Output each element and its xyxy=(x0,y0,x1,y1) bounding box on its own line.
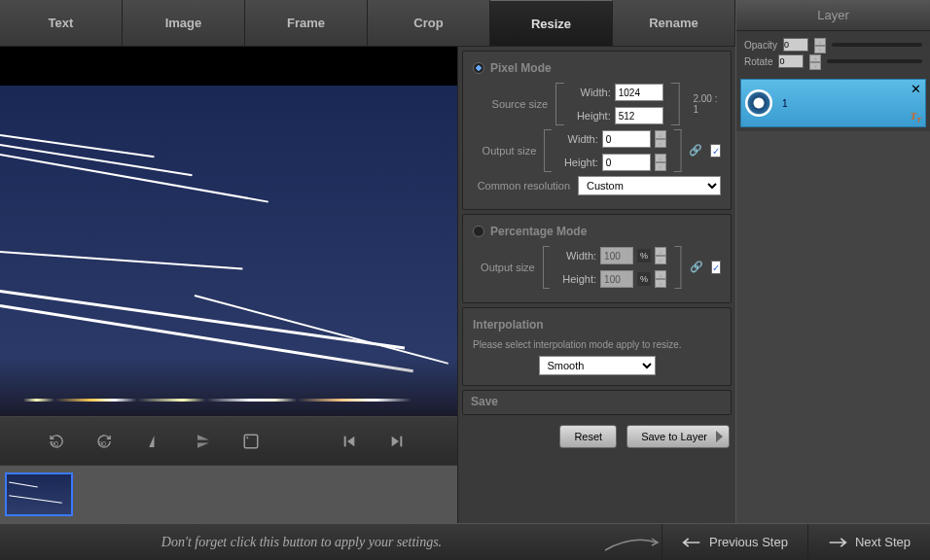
arrow-right-icon xyxy=(828,536,847,549)
pct-width-input[interactable] xyxy=(600,247,633,264)
interpolation-title: Interpolation xyxy=(473,318,721,332)
pct-width-spinner[interactable]: ▲▼ xyxy=(655,247,666,264)
interpolation-hint: Please select interpolation mode apply t… xyxy=(473,339,721,350)
out-width-spinner[interactable]: ▲▼ xyxy=(655,130,666,148)
tab-resize[interactable]: Resize xyxy=(490,0,613,46)
out-width-label: Width: xyxy=(559,133,598,145)
pct-width-unit: % xyxy=(637,249,651,262)
src-width-label: Width: xyxy=(572,87,611,98)
rotate-label: Rotate xyxy=(744,56,772,67)
tab-text[interactable]: Text xyxy=(0,0,123,46)
opacity-label: Opacity xyxy=(744,40,777,51)
aspect-ratio-text: 2.00 : 1 xyxy=(693,93,721,115)
tab-image[interactable]: Image xyxy=(123,0,245,46)
preview-image xyxy=(0,86,457,416)
save-title: Save xyxy=(471,395,723,408)
save-section: Save xyxy=(462,390,732,415)
save-to-layer-button[interactable]: Save to Layer xyxy=(626,425,730,448)
out-height-input[interactable] xyxy=(602,154,651,171)
opacity-spinner[interactable]: ▲▼ xyxy=(814,38,826,52)
thumbnail-strip xyxy=(0,465,457,523)
out-height-spinner[interactable]: ▲▼ xyxy=(655,154,666,171)
pixel-mode-radio[interactable] xyxy=(473,62,484,74)
common-res-label: Common resolution xyxy=(473,180,570,192)
common-resolution-select[interactable]: Custom xyxy=(578,176,721,195)
hint-arrow-icon xyxy=(603,533,662,552)
source-size-label: Source size xyxy=(473,98,548,110)
interpolation-select[interactable]: Smooth xyxy=(539,356,656,375)
pct-height-spinner[interactable]: ▲▼ xyxy=(655,270,666,288)
percentage-mode-title: Percentage Mode xyxy=(490,225,587,238)
pct-height-label: Height: xyxy=(557,273,596,285)
rotate-slider[interactable] xyxy=(827,59,922,63)
src-width-input[interactable] xyxy=(615,84,663,101)
pixel-mode-title: Pixel Mode xyxy=(490,61,552,75)
src-height-label: Height: xyxy=(572,110,611,122)
layer-1-label: 1 xyxy=(782,98,788,109)
hint-text: Don't forget click this button to apply … xyxy=(0,535,603,550)
opacity-slider[interactable] xyxy=(832,43,922,47)
svg-rect-0 xyxy=(244,435,258,448)
prev-image-icon[interactable] xyxy=(338,430,361,453)
rotate-ccw-icon[interactable]: 90 xyxy=(49,430,72,453)
link-aspect-checkbox[interactable]: ✓ xyxy=(710,144,721,158)
pct-link-checkbox[interactable]: ✓ xyxy=(711,261,722,274)
layer-item-1[interactable]: 1 ✕ TT xyxy=(740,79,926,127)
flip-vertical-icon[interactable] xyxy=(192,430,215,453)
svg-rect-1 xyxy=(344,436,346,446)
next-step-button[interactable]: Next Step xyxy=(807,524,930,560)
pixel-mode-section: Pixel Mode Source size Width: Height: xyxy=(462,51,732,210)
previous-step-button[interactable]: Previous Step xyxy=(662,524,807,560)
layer-panel-title: Layer xyxy=(736,0,930,31)
text-type-icon: TT xyxy=(910,110,921,124)
tab-rename[interactable]: Rename xyxy=(613,0,735,46)
pct-output-label: Output size xyxy=(473,262,535,273)
next-image-icon[interactable] xyxy=(385,430,409,453)
tab-frame[interactable]: Frame xyxy=(245,0,368,46)
rotate-input[interactable] xyxy=(778,54,804,68)
arrow-left-icon xyxy=(682,536,701,549)
tab-crop[interactable]: Crop xyxy=(368,0,490,46)
link-aspect-icon: 🔗 xyxy=(689,144,702,158)
preview-toolbar: 90 90 xyxy=(0,416,457,465)
reset-button[interactable]: Reset xyxy=(559,425,617,448)
close-icon[interactable]: ✕ xyxy=(911,82,921,96)
rotate-cw-icon[interactable]: 90 xyxy=(96,430,120,453)
percentage-mode-section: Percentage Mode Output size Width: % ▲▼ xyxy=(462,214,732,303)
preview-column: 90 90 xyxy=(0,47,457,560)
rotate-spinner[interactable]: ▲▼ xyxy=(809,54,821,68)
thumbnail-1[interactable] xyxy=(5,472,73,516)
pct-height-input[interactable] xyxy=(600,270,633,288)
svg-rect-2 xyxy=(400,436,402,446)
fullscreen-icon[interactable] xyxy=(239,430,263,453)
layer-panel: Layer Opacity ▲▼ Rotate ▲▼ 1 ✕ TT xyxy=(735,0,930,560)
opacity-input[interactable] xyxy=(783,38,808,52)
interpolation-section: Interpolation Please select interpolatio… xyxy=(462,307,732,386)
out-width-input[interactable] xyxy=(602,130,651,148)
eye-icon[interactable] xyxy=(745,89,772,117)
src-height-input[interactable] xyxy=(615,107,663,124)
out-height-label: Height: xyxy=(559,157,598,168)
pct-height-unit: % xyxy=(637,272,651,286)
pct-link-icon: 🔗 xyxy=(690,261,703,274)
percentage-mode-radio[interactable] xyxy=(473,226,484,237)
bottom-bar: Don't forget click this button to apply … xyxy=(0,523,930,560)
output-size-label: Output size xyxy=(473,145,536,157)
top-tabs: Text Image Frame Crop Resize Rename xyxy=(0,0,735,47)
pct-width-label: Width: xyxy=(557,250,596,262)
flip-horizontal-icon[interactable] xyxy=(144,430,167,453)
